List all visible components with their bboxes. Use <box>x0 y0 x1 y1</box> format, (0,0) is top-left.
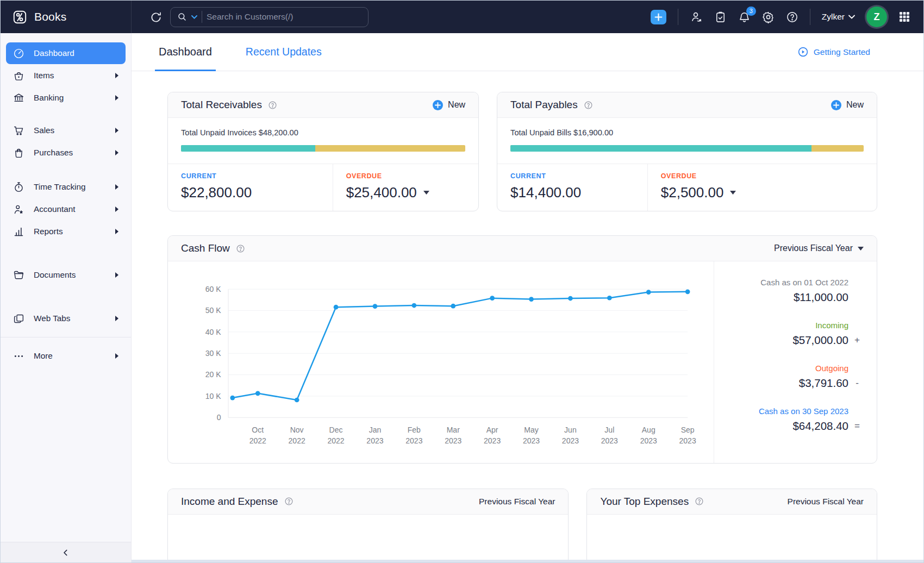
overdue-value: $25,400.00 <box>346 184 417 201</box>
minus-operator: - <box>852 378 863 389</box>
app-logo-area: Books <box>1 1 132 33</box>
help-circle-icon[interactable] <box>284 497 294 506</box>
sidebar-item-label: Purchases <box>34 148 105 158</box>
svg-text:10 K: 10 K <box>205 392 221 401</box>
tab-recent-updates[interactable]: Recent Updates <box>242 33 326 71</box>
sidebar-item-sales[interactable]: Sales <box>6 120 126 141</box>
sidebar-item-banking[interactable]: Banking <box>6 87 126 109</box>
chevron-right-icon <box>115 207 118 212</box>
cashflow-chart[interactable]: 010 K20 K30 K40 K50 K60 KOct2022Nov2022D… <box>180 274 706 460</box>
closing-balance-entry: Cash as on 30 Sep 2023 $64,208.40= <box>728 406 863 433</box>
apps-grid-icon[interactable] <box>898 11 910 23</box>
new-bill-button[interactable]: New <box>831 100 864 110</box>
settings-gear-icon[interactable] <box>762 11 775 23</box>
sidebar-item-label: More <box>34 351 105 361</box>
svg-text:0: 0 <box>217 413 221 422</box>
plus-icon <box>831 100 841 110</box>
fiscal-year-selector[interactable]: Previous Fiscal Year <box>788 497 864 506</box>
total-receivables-card: Total Receivables New Total Unpaid Inv <box>167 92 479 211</box>
sidebar-item-dashboard[interactable]: Dashboard <box>6 42 126 64</box>
overdue-dropdown-caret[interactable] <box>730 191 736 195</box>
closing-balance-link[interactable]: Cash as on 30 Sep 2023 <box>728 406 848 416</box>
cash-flow-body: 010 K20 K30 K40 K50 K60 KOct2022Nov2022D… <box>168 261 877 463</box>
card-header: Total Payables New <box>497 92 877 118</box>
opening-balance-entry: Cash as on 01 Oct 2022 $11,000.00 <box>728 278 863 304</box>
sidebar: Dashboard Items Banking Sales <box>1 33 132 562</box>
equals-operator: = <box>852 421 863 431</box>
new-invoice-button[interactable]: New <box>433 100 465 110</box>
card-body: Total Unpaid Invoices $48,200.00 <box>168 118 478 164</box>
plus-operator: + <box>852 335 863 346</box>
svg-text:Jun2023: Jun2023 <box>562 426 579 445</box>
books-logo-icon <box>13 10 27 24</box>
chevron-down-icon <box>848 15 855 19</box>
card-header: Cash Flow Previous Fiscal Year <box>168 236 877 261</box>
sidebar-divider <box>1 337 131 337</box>
sidebar-item-items[interactable]: Items <box>6 65 126 86</box>
sidebar-item-purchases[interactable]: Purchases <box>6 142 126 164</box>
referrals-icon[interactable] <box>690 10 703 23</box>
recent-history-icon[interactable] <box>150 11 163 23</box>
current-value: $14,400.00 <box>510 184 634 201</box>
fiscal-year-selector[interactable]: Previous Fiscal Year <box>479 497 555 506</box>
tab-dashboard[interactable]: Dashboard <box>155 33 216 71</box>
quick-create-button[interactable] <box>651 10 666 24</box>
topbar: Books <box>1 1 923 33</box>
search-scope-chevron-icon[interactable] <box>191 15 197 19</box>
help-icon[interactable] <box>786 11 798 23</box>
sidebar-collapse-button[interactable] <box>1 542 131 562</box>
chevron-left-icon <box>61 548 70 557</box>
new-button-label: New <box>846 100 864 110</box>
outgoing-label: Outgoing <box>728 364 848 373</box>
card-footer: CURRENT $14,400.00 OVERDUE $2,500.00 <box>497 164 877 211</box>
chevron-right-icon <box>115 184 118 190</box>
help-circle-icon[interactable] <box>236 244 245 253</box>
card-title: Total Payables <box>510 99 578 111</box>
sidebar-item-documents[interactable]: Documents <box>6 264 126 286</box>
main-content: Dashboard Recent Updates Getting Started… <box>132 33 923 562</box>
search-divider <box>202 11 202 23</box>
sidebar-item-web-tabs[interactable]: Web Tabs <box>6 308 126 329</box>
card-footer: CURRENT $22,800.00 OVERDUE $25,400.00 <box>168 164 478 211</box>
overdue-label: OVERDUE <box>346 172 465 180</box>
overdue-label: OVERDUE <box>661 172 864 180</box>
card-title: Cash Flow <box>181 242 230 254</box>
cash-flow-summary: Cash as on 01 Oct 2022 $11,000.00 Incomi… <box>714 261 877 463</box>
chevron-right-icon <box>115 272 118 278</box>
notifications-wrap: 3 <box>738 11 751 23</box>
clipboard-check-icon[interactable] <box>714 11 727 23</box>
stopwatch-icon <box>13 182 24 193</box>
income-expense-card: Income and Expense Previous Fiscal Year <box>167 489 569 562</box>
getting-started-link[interactable]: Getting Started <box>797 33 870 71</box>
card-title: Total Receivables <box>181 99 262 111</box>
svg-text:20 K: 20 K <box>205 370 221 379</box>
overdue-dropdown-caret[interactable] <box>423 191 429 195</box>
help-circle-icon[interactable] <box>584 101 593 110</box>
sidebar-item-time-tracking[interactable]: Time Tracking <box>6 176 126 198</box>
current-column: CURRENT $14,400.00 <box>497 164 647 211</box>
svg-text:May2023: May2023 <box>523 426 540 445</box>
current-label: CURRENT <box>181 172 320 180</box>
receivables-progress-bar <box>181 145 465 152</box>
sidebar-item-accountant[interactable]: Accountant <box>6 198 126 220</box>
fiscal-year-selector[interactable]: Previous Fiscal Year <box>774 243 864 253</box>
sidebar-item-more[interactable]: More <box>6 345 126 367</box>
help-circle-icon[interactable] <box>268 101 277 110</box>
help-circle-icon[interactable] <box>695 497 704 506</box>
svg-text:30 K: 30 K <box>205 349 221 358</box>
chevron-right-icon <box>115 316 118 321</box>
org-selector[interactable]: Zylker <box>822 12 855 22</box>
search-input[interactable] <box>207 12 361 22</box>
sidebar-item-label: Items <box>34 71 105 80</box>
sidebar-item-reports[interactable]: Reports <box>6 221 126 242</box>
user-avatar[interactable]: Z <box>866 7 887 27</box>
notification-badge: 3 <box>746 7 756 16</box>
overdue-value: $2,500.00 <box>661 184 724 201</box>
topbar-divider <box>810 9 810 25</box>
app-title: Books <box>34 10 66 23</box>
search-icon <box>177 12 187 22</box>
chevron-right-icon <box>115 95 118 101</box>
sidebar-item-label: Reports <box>34 227 105 236</box>
progress-fill <box>510 145 811 152</box>
svg-text:40 K: 40 K <box>205 328 221 336</box>
